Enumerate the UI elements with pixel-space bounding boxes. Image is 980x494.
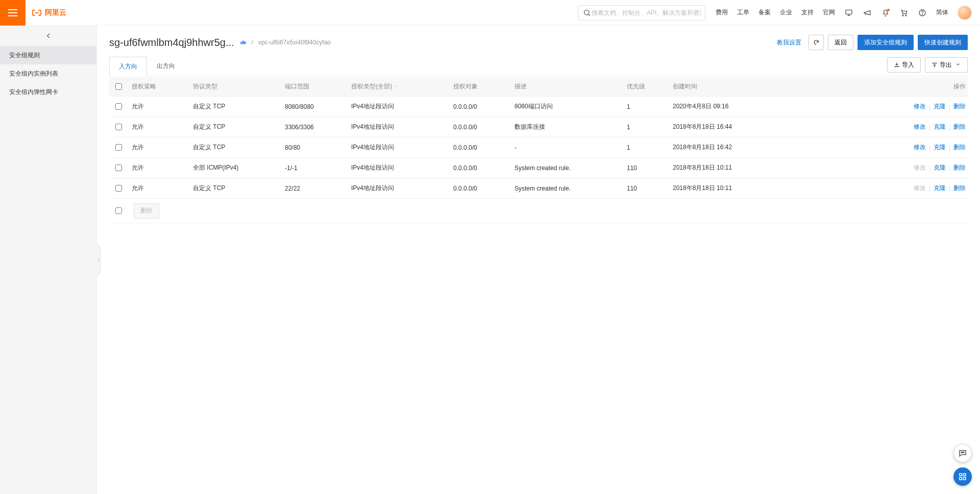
bulk-delete-button[interactable]: 删除: [134, 203, 159, 219]
cell-authtype: IPv4地址段访问: [347, 184, 449, 193]
cell-desc: System created rule.: [510, 185, 623, 192]
svg-rect-14: [960, 478, 962, 480]
row-checkbox[interactable]: [115, 144, 122, 151]
svg-point-11: [964, 452, 965, 453]
clone-link[interactable]: 克隆: [934, 102, 946, 111]
row-checkbox[interactable]: [115, 185, 122, 192]
cell-desc: System created rule.: [510, 164, 623, 172]
cell-authobj: 0.0.0.0/0: [449, 144, 510, 151]
delete-link[interactable]: 删除: [953, 143, 966, 152]
th-authtype[interactable]: 授权类型(全部): [347, 82, 449, 91]
nav-enterprise[interactable]: 企业: [780, 8, 792, 17]
cell-ctime: 2020年4月8日 09:16: [669, 102, 771, 111]
cell-protocol: 自定义 TCP: [189, 184, 281, 193]
breadcrumb: / vpc-uf6i67x5xi40f940cyfao: [252, 39, 331, 46]
nav-support[interactable]: 支持: [801, 8, 814, 17]
global-search[interactable]: [578, 5, 705, 20]
edit-link[interactable]: 修改: [914, 143, 926, 152]
cell-authobj: 0.0.0.0/0: [449, 124, 510, 131]
nav-billing[interactable]: 费用: [716, 8, 728, 17]
cell-priority: 1: [623, 144, 669, 151]
help-icon[interactable]: [918, 8, 927, 17]
search-input[interactable]: [592, 9, 701, 16]
clone-link[interactable]: 克隆: [934, 163, 946, 172]
clone-link[interactable]: 克隆: [934, 143, 946, 152]
monitor-icon[interactable]: [844, 8, 853, 17]
svg-point-5: [902, 15, 903, 16]
clone-link[interactable]: 克隆: [934, 184, 946, 193]
back-button[interactable]: 返回: [828, 35, 853, 50]
cell-port: -1/-1: [281, 164, 347, 172]
brand[interactable]: 阿里云: [32, 8, 66, 18]
edit-link[interactable]: 修改: [914, 102, 926, 111]
row-checkbox[interactable]: [115, 124, 122, 130]
cell-ops: 修改|克隆|删除: [771, 184, 968, 193]
delete-link[interactable]: 删除: [953, 102, 966, 111]
add-rule-button[interactable]: 添加安全组规则: [857, 35, 914, 50]
cell-ctime: 2018年8月18日 10:11: [669, 163, 771, 172]
brand-logo-icon: [32, 8, 42, 18]
cell-authobj: 0.0.0.0/0: [449, 185, 510, 192]
sidebar-back[interactable]: [0, 26, 96, 46]
sidebar-item-rules[interactable]: 安全组规则: [0, 46, 96, 64]
svg-rect-15: [964, 478, 966, 480]
cell-ops: 修改|克隆|删除: [771, 123, 968, 131]
sidebar-item-instances[interactable]: 安全组内实例列表: [0, 64, 96, 83]
download-icon: [894, 62, 900, 68]
svg-point-0: [584, 10, 589, 14]
cell-authtype: IPv4地址段访问: [347, 163, 449, 172]
float-chat-button[interactable]: [953, 444, 972, 462]
menu-toggle[interactable]: [0, 0, 26, 26]
cell-policy: 允许: [128, 123, 189, 131]
cell-ctime: 2018年8月18日 16:44: [669, 123, 771, 131]
rules-table: 授权策略 协议类型 端口范围 授权类型(全部) 授权对象 描述 优先级 创建时间…: [109, 77, 968, 223]
row-checkbox[interactable]: [115, 164, 122, 171]
table-row: 允许全部 ICMP(IPv4)-1/-1IPv4地址段访问0.0.0.0/0Sy…: [109, 158, 968, 178]
teach-link[interactable]: 教我设置: [777, 38, 801, 47]
delete-link[interactable]: 删除: [953, 184, 966, 193]
select-all-checkbox-bottom[interactable]: [115, 207, 122, 214]
select-all-checkbox[interactable]: [115, 83, 122, 90]
th-protocol: 协议类型: [189, 82, 281, 91]
tab-row: 入方向 出方向 导入 导出: [109, 56, 968, 76]
cell-ops: 修改|克隆|删除: [771, 102, 968, 111]
row-checkbox[interactable]: [115, 103, 122, 110]
cell-policy: 允许: [128, 143, 189, 152]
table-row: 允许自定义 TCP22/22IPv4地址段访问0.0.0.0/0System c…: [109, 178, 968, 199]
lang-switch[interactable]: 简体: [936, 8, 948, 17]
cell-protocol: 自定义 TCP: [189, 102, 281, 111]
float-stack: [953, 444, 972, 486]
breadcrumb-vpc[interactable]: vpc-uf6i67x5xi40f940cyfao: [258, 39, 331, 46]
export-button[interactable]: 导出: [925, 57, 968, 73]
top-nav-links: 费用 工单 备案 企业 支持 官网 简体: [716, 6, 972, 20]
delete-link[interactable]: 删除: [953, 123, 966, 131]
cell-priority: 1: [623, 103, 669, 110]
tab-ingress[interactable]: 入方向: [109, 57, 147, 76]
cart-icon[interactable]: [899, 8, 909, 17]
delete-link[interactable]: 删除: [953, 163, 966, 172]
edit-link[interactable]: 修改: [914, 123, 926, 131]
chevron-down-icon: [955, 61, 961, 69]
bell-icon[interactable]: [881, 8, 890, 17]
nav-ticket[interactable]: 工单: [737, 8, 749, 17]
brand-text: 阿里云: [45, 8, 66, 17]
hamburger-icon: [8, 9, 17, 16]
news-icon[interactable]: [863, 8, 872, 17]
quick-rule-button[interactable]: 快速创建规则: [918, 35, 968, 50]
chevron-down-icon: [394, 83, 399, 90]
cloud-icon: [239, 39, 247, 46]
cell-port: 80/80: [281, 144, 347, 151]
cell-policy: 允许: [128, 102, 189, 111]
float-apps-button[interactable]: [953, 467, 972, 486]
import-button[interactable]: 导入: [887, 57, 921, 73]
table-row: 允许自定义 TCP3306/3306IPv4地址段访问0.0.0.0/0数据库连…: [109, 117, 968, 137]
edit-link: 修改: [914, 184, 926, 193]
refresh-button[interactable]: [808, 35, 824, 50]
nav-icp[interactable]: 备案: [758, 8, 771, 17]
tab-egress[interactable]: 出方向: [147, 56, 185, 76]
nav-site[interactable]: 官网: [823, 8, 835, 17]
sidebar-item-eni[interactable]: 安全组内弹性网卡: [0, 83, 96, 101]
svg-point-9: [961, 452, 962, 453]
avatar[interactable]: [958, 6, 972, 20]
clone-link[interactable]: 克隆: [934, 123, 946, 131]
